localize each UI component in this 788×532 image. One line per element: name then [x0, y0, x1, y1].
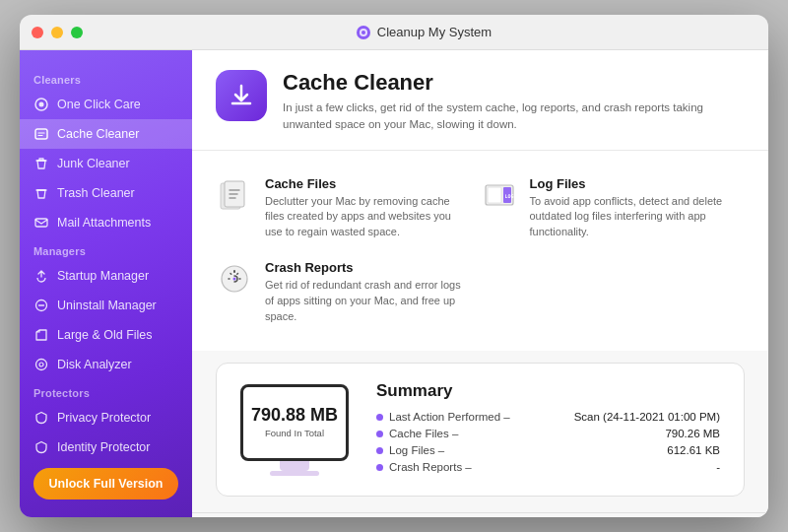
summary-label-2: Log Files –	[389, 444, 444, 456]
sidebar-item-startup-manager[interactable]: Startup Manager	[20, 261, 192, 291]
svg-rect-13	[488, 187, 501, 203]
page-description: In just a few clicks, get rid of the sys…	[283, 100, 736, 134]
monitor-screen: 790.88 MB Found In Total	[240, 384, 349, 461]
sidebar-item-identity-protector[interactable]: Identity Protector	[20, 432, 192, 462]
cache-files-desc: Declutter your Mac by removing cache fil…	[265, 194, 469, 241]
summary-label-3: Crash Reports –	[389, 461, 472, 473]
sidebar-item-large-old-files[interactable]: Large & Old Files	[20, 320, 192, 350]
sidebar-label-trash-cleaner: Trash Cleaner	[57, 186, 135, 200]
protectors-section-label: Protectors	[20, 379, 192, 403]
monitor-graphic: 790.88 MB Found In Total	[240, 384, 349, 476]
sidebar-item-one-click-care[interactable]: One Click Care	[20, 90, 192, 119]
dot-1	[376, 431, 383, 437]
summary-title: Summary	[376, 381, 720, 401]
app-icon	[356, 25, 371, 40]
svg-point-17	[233, 278, 236, 281]
svg-point-8	[36, 360, 47, 370]
crash-reports-desc: Get rid of redundant crash and error log…	[265, 278, 469, 325]
dot-2	[376, 447, 383, 454]
sidebar-item-privacy-protector[interactable]: Privacy Protector	[20, 403, 192, 432]
monitor-value: 790.88 MB	[251, 406, 338, 426]
sidebar-label-disk-analyzer: Disk Analyzer	[57, 358, 132, 371]
sidebar-label-cache-cleaner: Cache Cleaner	[57, 127, 139, 141]
header-text: Cache Cleaner In just a few clicks, get …	[283, 70, 736, 134]
feature-log-files: LOG Log Files To avoid app conflicts, de…	[481, 166, 746, 251]
crash-reports-title: Crash Reports	[265, 260, 469, 275]
one-click-care-icon	[33, 97, 49, 112]
log-files-text: Log Files To avoid app conflicts, detect…	[530, 176, 734, 241]
cache-files-text: Cache Files Declutter your Mac by removi…	[265, 176, 469, 241]
log-files-title: Log Files	[530, 176, 734, 191]
cache-cleaner-icon	[33, 126, 49, 142]
svg-point-4	[39, 102, 44, 107]
cleaners-section-label: Cleaners	[20, 66, 192, 90]
identity-shield-icon	[33, 439, 49, 455]
sidebar-item-junk-cleaner[interactable]: Junk Cleaner	[20, 149, 192, 178]
managers-section-label: Managers	[20, 237, 192, 261]
window-title: Cleanup My System	[377, 25, 492, 39]
sidebar: Cleaners One Click Care Cache Cleaner Ju…	[20, 50, 192, 517]
title-bar: Cleanup My System	[20, 15, 768, 50]
summary-row-0: Last Action Performed – Scan (24-11-2021…	[376, 411, 720, 423]
summary-label-0: Last Action Performed –	[389, 411, 510, 423]
sidebar-label-junk-cleaner: Junk Cleaner	[57, 157, 130, 170]
dot-3	[376, 464, 383, 471]
summary-label-1: Cache Files –	[389, 428, 458, 439]
svg-point-9	[39, 363, 43, 366]
sidebar-label-uninstall-manager: Uninstall Manager	[57, 299, 157, 312]
sidebar-label-large-old-files: Large & Old Files	[57, 328, 153, 342]
maximize-button[interactable]	[71, 27, 83, 38]
main-content: Cache Cleaner In just a few clicks, get …	[192, 50, 768, 517]
monitor-stand	[280, 461, 309, 471]
feature-crash-reports: Crash Reports Get rid of redundant crash…	[216, 250, 481, 335]
cache-cleaner-header-icon	[216, 70, 267, 121]
minimize-button[interactable]	[51, 27, 63, 38]
main-header: Cache Cleaner In just a few clicks, get …	[192, 50, 768, 151]
footer-bar: Start Scan	[192, 512, 768, 517]
sidebar-item-mail-attachments[interactable]: Mail Attachments	[20, 208, 192, 237]
cache-files-title: Cache Files	[265, 176, 469, 191]
summary-value-2: 612.61 KB	[667, 444, 720, 456]
sidebar-item-disk-analyzer[interactable]: Disk Analyzer	[20, 350, 192, 379]
summary-row-3: Crash Reports – -	[376, 461, 720, 473]
summary-area: 790.88 MB Found In Total Summary Last Ac	[192, 351, 768, 512]
crash-reports-text: Crash Reports Get rid of redundant crash…	[265, 260, 469, 325]
sidebar-item-cache-cleaner[interactable]: Cache Cleaner	[20, 119, 192, 149]
cache-files-icon	[216, 176, 253, 214]
download-icon	[228, 82, 255, 109]
main-window: Cleanup My System Cleaners One Click Car…	[20, 15, 768, 517]
summary-value-1: 790.26 MB	[665, 428, 720, 439]
unlock-full-version-button[interactable]: Unlock Full Version	[33, 468, 178, 499]
disk-icon	[33, 357, 49, 372]
svg-rect-5	[35, 129, 47, 139]
summary-card: 790.88 MB Found In Total Summary Last Ac	[216, 363, 745, 497]
log-files-icon: LOG	[481, 176, 518, 214]
sidebar-item-trash-cleaner[interactable]: Trash Cleaner	[20, 178, 192, 208]
summary-value-0: Scan (24-11-2021 01:00 PM)	[574, 411, 720, 423]
svg-text:LOG: LOG	[504, 193, 513, 199]
trash-cleaner-icon	[33, 185, 49, 201]
uninstall-icon	[33, 298, 49, 313]
sidebar-label-startup-manager: Startup Manager	[57, 269, 149, 283]
summary-info: Summary Last Action Performed – Scan (24…	[376, 381, 720, 478]
junk-cleaner-icon	[33, 156, 49, 171]
privacy-shield-icon	[33, 410, 49, 426]
sidebar-label-mail-attachments: Mail Attachments	[57, 216, 151, 230]
summary-row-2: Log Files – 612.61 KB	[376, 444, 720, 456]
close-button[interactable]	[32, 27, 43, 38]
app-content: Cleaners One Click Care Cache Cleaner Ju…	[20, 50, 768, 517]
log-files-desc: To avoid app conflicts, detect and delet…	[530, 194, 734, 241]
dot-0	[376, 414, 383, 421]
feature-cache-files: Cache Files Declutter your Mac by removi…	[216, 166, 481, 251]
sidebar-label-one-click-care: One Click Care	[57, 98, 141, 111]
sidebar-label-identity-protector: Identity Protector	[57, 440, 151, 454]
startup-icon	[33, 268, 49, 284]
svg-point-2	[361, 31, 365, 34]
sidebar-item-uninstall-manager[interactable]: Uninstall Manager	[20, 291, 192, 320]
svg-rect-6	[35, 219, 47, 227]
crash-reports-icon	[216, 260, 253, 298]
summary-row-1: Cache Files – 790.26 MB	[376, 428, 720, 439]
monitor-base	[270, 471, 319, 476]
monitor-label: Found In Total	[265, 428, 324, 438]
features-grid: Cache Files Declutter your Mac by removi…	[192, 151, 768, 352]
